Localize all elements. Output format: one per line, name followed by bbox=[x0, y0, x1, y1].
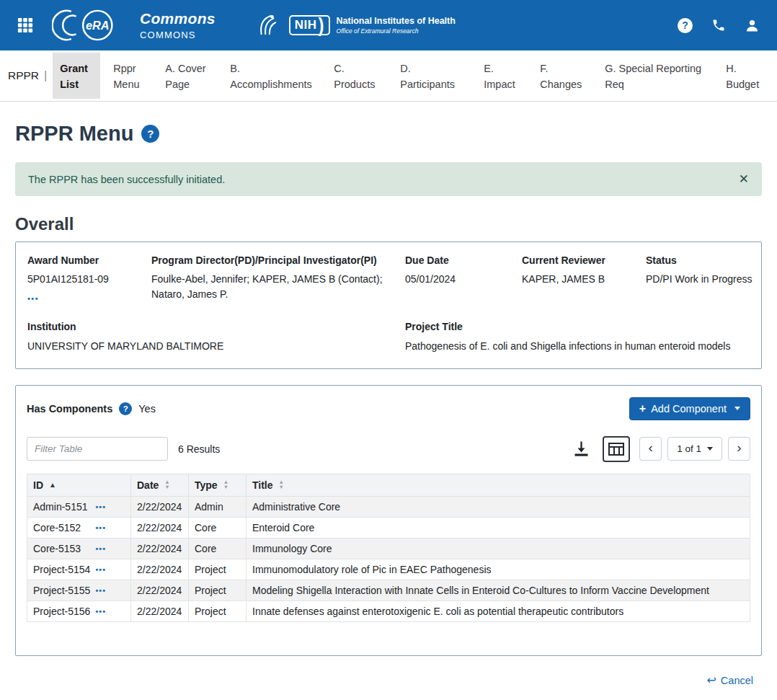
chevron-right-icon: › bbox=[737, 440, 741, 456]
current-reviewer-field: Current Reviewer KAPER, JAMES B bbox=[522, 253, 646, 304]
table-header-row: ID ▲ Date ▲▼ Type ▲▼ bbox=[27, 474, 750, 496]
tab-participants[interactable]: D. Participants bbox=[393, 53, 471, 99]
era-commons-logo[interactable]: eRA bbox=[52, 6, 118, 44]
row-actions-button[interactable]: ••• bbox=[95, 607, 106, 616]
nav-divider: | bbox=[44, 69, 47, 82]
components-panel: Has Components ? Yes + Add Component 6 R… bbox=[15, 385, 762, 656]
column-header-id[interactable]: ID ▲ bbox=[27, 474, 131, 496]
row-actions-button[interactable]: ••• bbox=[95, 502, 106, 511]
table-row: Project-5156••• 2/22/2024 Project Innate… bbox=[27, 601, 750, 621]
due-date-field: Due Date 05/01/2024 bbox=[405, 253, 522, 304]
current-reviewer-value: KAPER, JAMES B bbox=[522, 272, 646, 287]
row-actions-button[interactable]: ••• bbox=[95, 544, 106, 553]
rppr-navigation: RPPR | Grant List Rppr Menu A. Cover Pag… bbox=[0, 50, 777, 102]
brand-subtitle: COMMONS bbox=[140, 30, 216, 40]
overall-heading: Overall bbox=[15, 214, 762, 234]
alert-message: The RPPR has been successfully initiated… bbox=[28, 174, 225, 185]
pi-value: Foulke-Abel, Jennifer; KAPER, JAMES B (C… bbox=[151, 272, 405, 302]
help-icon[interactable]: ? bbox=[678, 18, 693, 33]
nih-text-block: National Institutes of Health Office of … bbox=[337, 16, 456, 35]
table-row: Core-5153••• 2/22/2024 Core Immunology C… bbox=[27, 538, 750, 559]
sort-icon: ▲▼ bbox=[223, 480, 228, 489]
chevron-left-icon: ‹ bbox=[649, 440, 653, 456]
tab-impact[interactable]: E. Impact bbox=[476, 53, 527, 99]
award-number-label: Award Number bbox=[27, 253, 151, 267]
next-page-button[interactable]: › bbox=[728, 437, 750, 461]
pi-label: Program Director(PD)/Principal Investiga… bbox=[151, 253, 405, 267]
pi-field: Program Director(PD)/Principal Investiga… bbox=[151, 253, 405, 304]
nih-logo-mark: NIH ) bbox=[289, 15, 330, 35]
row-actions-button[interactable]: ••• bbox=[95, 586, 106, 595]
tab-grant-list[interactable]: Grant List bbox=[53, 53, 100, 99]
sort-ascending-icon: ▲ bbox=[49, 481, 56, 489]
components-table: ID ▲ Date ▲▼ Type ▲▼ bbox=[27, 474, 750, 622]
sort-icon: ▲▼ bbox=[279, 480, 284, 489]
row-actions-button[interactable]: ••• bbox=[95, 523, 106, 532]
nih-office: Office of Extramural Research bbox=[337, 27, 456, 35]
table-view-icon[interactable] bbox=[603, 436, 630, 462]
nih-name: National Institutes of Health bbox=[337, 16, 456, 26]
table-row: Project-5155••• 2/22/2024 Project Modeli… bbox=[27, 580, 750, 601]
previous-page-button[interactable]: ‹ bbox=[639, 437, 662, 461]
nih-paren-mark: ) bbox=[319, 17, 324, 33]
tab-cover-page[interactable]: A. Cover Page bbox=[158, 53, 217, 99]
award-number-field: Award Number 5P01AI125181-09 ••• bbox=[27, 253, 151, 304]
tab-special-reporting[interactable]: G. Special Reporting Req bbox=[598, 53, 713, 99]
tab-accomplishments[interactable]: B. Accomplishments bbox=[223, 53, 321, 99]
nih-acronym: NIH bbox=[295, 18, 317, 32]
due-date-value: 05/01/2024 bbox=[405, 272, 522, 287]
project-title-value: Pathogenesis of E. coli and Shigella inf… bbox=[405, 339, 765, 354]
phone-icon[interactable] bbox=[711, 18, 726, 32]
nav-tabs: Grant List Rppr Menu A. Cover Page B. Ac… bbox=[50, 50, 773, 101]
page-title: RPPR Menu bbox=[15, 122, 133, 146]
user-account-icon[interactable] bbox=[745, 18, 760, 33]
page-select[interactable]: 1 of 1 bbox=[667, 437, 722, 461]
table-row: Project-5154••• 2/22/2024 Project Immuno… bbox=[27, 559, 750, 580]
results-count: 6 Results bbox=[178, 443, 220, 455]
cancel-button[interactable]: ↩ Cancel bbox=[706, 675, 753, 686]
has-components-help-icon[interactable]: ? bbox=[119, 402, 132, 415]
status-field: Status PD/PI Work in Progress bbox=[646, 253, 765, 304]
nav-section-label: RPPR bbox=[8, 69, 39, 82]
tab-products[interactable]: C. Products bbox=[327, 53, 387, 99]
institution-label: Institution bbox=[27, 319, 405, 334]
hhs-eagle-icon bbox=[257, 13, 278, 37]
has-components-field: Has Components ? Yes bbox=[27, 402, 156, 415]
has-components-label: Has Components bbox=[27, 403, 112, 415]
sort-icon: ▲▼ bbox=[164, 480, 169, 489]
era-logo-text: eRA bbox=[86, 19, 110, 32]
download-icon[interactable] bbox=[572, 439, 591, 458]
row-actions-button[interactable]: ••• bbox=[95, 565, 106, 574]
column-header-date[interactable]: Date ▲▼ bbox=[131, 474, 189, 496]
tab-changes[interactable]: F. Changes bbox=[533, 53, 592, 99]
commons-brand: Commons COMMONS bbox=[140, 10, 216, 40]
plus-icon: + bbox=[639, 403, 646, 415]
overall-panel: Award Number 5P01AI125181-09 ••• Program… bbox=[15, 242, 762, 369]
success-alert: The RPPR has been successfully initiated… bbox=[15, 162, 762, 196]
status-label: Status bbox=[646, 253, 765, 267]
tab-budget[interactable]: H. Budget bbox=[719, 53, 771, 99]
due-date-label: Due Date bbox=[405, 253, 522, 267]
top-header: eRA Commons COMMONS NIH ) National Insti… bbox=[0, 0, 777, 50]
tab-rppr-menu[interactable]: Rppr Menu bbox=[106, 53, 152, 99]
table-row: Core-5152••• 2/22/2024 Core Enteroid Cor… bbox=[27, 517, 750, 538]
award-actions-button[interactable]: ••• bbox=[27, 294, 39, 303]
project-title-field: Project Title Pathogenesis of E. coli an… bbox=[405, 319, 765, 353]
current-reviewer-label: Current Reviewer bbox=[522, 253, 646, 267]
award-number-value: 5P01AI125181-09 bbox=[27, 272, 151, 287]
main-content: RPPR Menu ? The RPPR has been successful… bbox=[0, 122, 777, 700]
column-header-type[interactable]: Type ▲▼ bbox=[189, 474, 247, 496]
column-header-title[interactable]: Title ▲▼ bbox=[247, 474, 750, 496]
return-arrow-icon: ↩ bbox=[706, 675, 716, 686]
caret-down-icon bbox=[734, 407, 740, 410]
add-component-button[interactable]: + Add Component bbox=[629, 397, 750, 420]
has-components-value: Yes bbox=[138, 403, 156, 415]
status-value: PD/PI Work in Progress bbox=[646, 272, 765, 287]
page-help-icon[interactable]: ? bbox=[141, 125, 159, 143]
brand-title: Commons bbox=[140, 10, 216, 27]
filter-table-input[interactable] bbox=[27, 437, 168, 461]
close-icon[interactable]: ✕ bbox=[739, 173, 749, 185]
apps-grid-icon[interactable] bbox=[17, 17, 33, 33]
institution-field: Institution UNIVERSITY OF MARYLAND BALTI… bbox=[27, 319, 405, 353]
table-row: Admin-5151••• 2/22/2024 Admin Administra… bbox=[27, 496, 750, 517]
